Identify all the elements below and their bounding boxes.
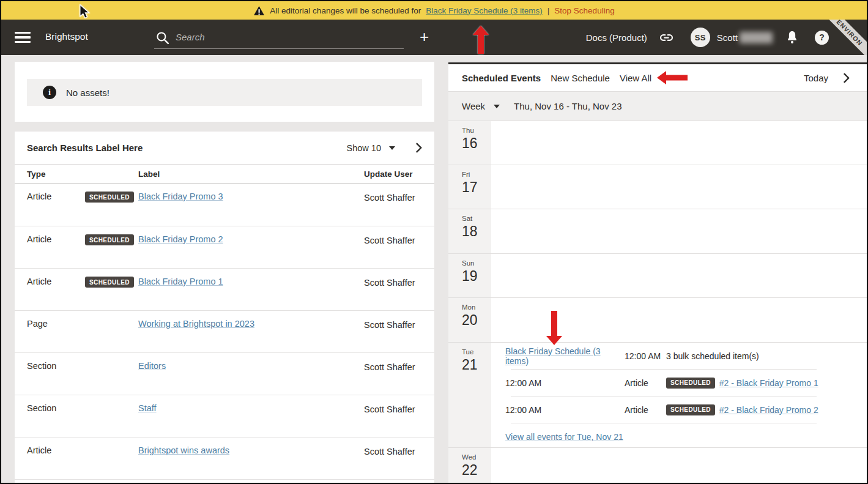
view-mode-label: Week — [462, 101, 485, 111]
schedule-event-row: Black Friday Schedule (3 items) 12:00 AM… — [505, 343, 867, 369]
row-user: Scott Shaffer — [364, 361, 422, 395]
day-number: 21 — [462, 357, 491, 373]
day-name: Mon — [462, 303, 491, 311]
row-type: Article — [27, 192, 85, 226]
day-number: 18 — [462, 223, 491, 240]
event-list: Black Friday Schedule (3 items) 12:00 AM… — [491, 343, 867, 450]
table-row: Section Staff Scott Shaffer — [15, 395, 434, 437]
event-time: 12:00 AM — [625, 351, 666, 361]
col-update-user: Update User — [364, 169, 422, 179]
view-all-link[interactable]: View All — [620, 73, 651, 83]
row-label-link[interactable]: Working at Brightspot in 2023 — [138, 319, 254, 329]
next-period-button[interactable] — [843, 73, 850, 83]
view-all-day-link[interactable]: View all events for Tue, Nov 21 — [505, 432, 623, 442]
environment-ribbon: ENVIRON — [823, 20, 867, 55]
event-time: 12:00 AM — [505, 378, 625, 388]
row-type: Page — [27, 319, 85, 352]
status-badge: SCHEDULED — [85, 277, 134, 288]
event-label-link[interactable]: #2 - Black Friday Promo 2 — [719, 405, 818, 415]
app-name[interactable]: Brightspot — [45, 31, 88, 42]
new-schedule-link[interactable]: New Schedule — [551, 73, 610, 83]
day-row: Mon 20 — [448, 297, 867, 342]
banner-separator: | — [547, 6, 550, 15]
event-type: Article — [625, 378, 666, 388]
day-name: Tue — [462, 348, 491, 356]
row-type: Section — [27, 361, 85, 395]
row-label-link[interactable]: Brightspot wins awards — [138, 445, 229, 455]
day-number: 22 — [462, 462, 491, 478]
caret-down-icon — [494, 105, 500, 108]
stop-scheduling-link[interactable]: Stop Scheduling — [554, 6, 614, 15]
scheduled-events-bar: Scheduled Events New Schedule View All T… — [448, 64, 867, 92]
day-row-tuesday: Tue 21 Black Friday Schedule (3 items) 1… — [448, 342, 867, 447]
day-content — [491, 165, 867, 209]
day-content — [491, 448, 867, 484]
row-type: Article — [27, 277, 85, 310]
table-row: Article SCHEDULED Black Friday Promo 2 S… — [15, 226, 434, 268]
schedule-link[interactable]: Black Friday Schedule (3 items) — [505, 346, 601, 366]
panel-title: Scheduled Events — [462, 73, 541, 83]
row-label-link[interactable]: Black Friday Promo 1 — [138, 277, 223, 286]
avatar[interactable]: SS — [691, 28, 710, 47]
day-row: Wed 22 — [448, 447, 867, 484]
event-label-link[interactable]: #2 - Black Friday Promo 1 — [719, 378, 818, 388]
results-title: Search Results Label Here — [27, 143, 347, 153]
row-label-link[interactable]: Editors — [138, 361, 166, 371]
row-type: Section — [27, 403, 85, 437]
redacted-last-name — [740, 32, 773, 43]
day-name: Fri — [462, 171, 491, 178]
event-type: Article — [625, 405, 666, 415]
show-count-dropdown[interactable]: Show 10 — [347, 143, 395, 153]
row-label-link[interactable]: Black Friday Promo 2 — [138, 234, 223, 244]
view-mode-dropdown[interactable]: Week — [462, 101, 500, 111]
environment-ribbon-wrap: ENVIRON — [823, 20, 867, 55]
day-name: Wed — [462, 453, 491, 461]
row-user: Scott Shaffer — [364, 277, 422, 310]
notifications-icon[interactable] — [785, 30, 799, 45]
row-label-link[interactable]: Black Friday Promo 3 — [138, 192, 223, 201]
add-icon[interactable]: + — [420, 28, 429, 45]
top-nav: Brightspot Search + Docs (Product) SS Sc… — [1, 20, 867, 55]
no-assets-card: i No assets! — [15, 62, 434, 122]
day-number: 17 — [462, 179, 491, 196]
site-selector[interactable]: Docs (Product) — [586, 32, 647, 43]
search-icon — [155, 31, 171, 46]
day-name: Sat — [462, 215, 491, 222]
search-results-card: Search Results Label Here Show 10 Type L… — [15, 132, 434, 484]
info-icon: i — [43, 86, 56, 99]
day-name: Sun — [462, 259, 491, 267]
annotation-arrow-left — [657, 71, 688, 84]
banner-schedule-link[interactable]: Black Friday Schedule (3 items) — [426, 6, 543, 15]
today-button[interactable]: Today — [804, 73, 828, 83]
show-count-label: Show 10 — [347, 143, 381, 153]
day-cell: Sat 18 — [448, 209, 491, 253]
status-badge: SCHEDULED — [85, 234, 134, 245]
annotation-arrow-up — [473, 26, 489, 54]
row-user: Scott Shaffer — [364, 234, 422, 268]
day-content: Black Friday Schedule (3 items) 12:00 AM… — [491, 343, 867, 447]
status-badge: SCHEDULED — [666, 378, 715, 389]
banner-message: All editorial changes will be scheduled … — [270, 6, 421, 15]
table-row: Article SCHEDULED Black Friday Promo 3 S… — [15, 184, 434, 226]
caret-down-icon — [389, 146, 395, 150]
results-title-row: Search Results Label Here Show 10 — [15, 132, 434, 165]
day-number: 16 — [462, 135, 491, 152]
day-cell: Tue 21 — [448, 343, 491, 447]
hamburger-menu-icon[interactable] — [15, 32, 31, 43]
row-user: Scott Shaffer — [364, 319, 422, 352]
header-right-group: Docs (Product) SS Scott ? — [586, 20, 829, 55]
user-name[interactable]: Scott — [717, 32, 738, 43]
status-badge: SCHEDULED — [666, 404, 715, 415]
mouse-cursor — [79, 4, 91, 18]
day-row: Fri 17 — [448, 165, 867, 209]
event-row: 12:00 AM Article SCHEDULED #2 - Black Fr… — [505, 397, 867, 423]
day-cell: Fri 17 — [448, 165, 491, 209]
day-content — [491, 121, 867, 165]
day-content — [491, 209, 867, 253]
search-input[interactable]: Search — [154, 28, 404, 49]
day-cell: Mon 20 — [448, 298, 491, 342]
row-label-link[interactable]: Staff — [138, 403, 157, 413]
link-icon[interactable] — [658, 29, 675, 46]
results-expand-button[interactable] — [415, 143, 422, 153]
chevron-right-icon — [415, 143, 422, 153]
